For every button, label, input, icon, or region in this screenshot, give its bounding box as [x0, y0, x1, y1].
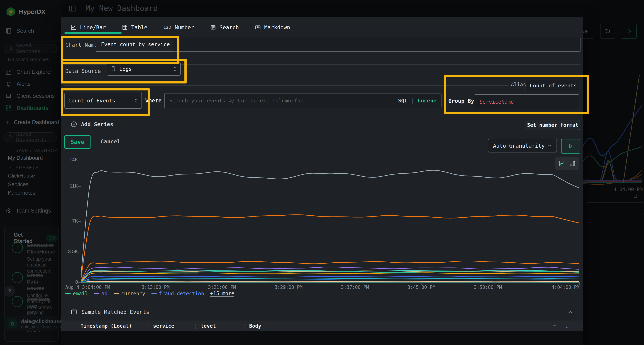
data-source-value: Logs [119, 66, 132, 72]
x-tick-label: Aug 4 3:04:00 PM [65, 285, 110, 290]
bar-chart-icon[interactable] [570, 161, 576, 167]
column-header-service[interactable]: service [153, 321, 191, 331]
chart-series-series-10 [81, 278, 579, 282]
data-source-select[interactable]: Logs [107, 62, 181, 76]
chevron-down-icon [547, 143, 552, 149]
filter-icon[interactable]: ≡ [553, 323, 556, 329]
tab-label: Number [175, 24, 194, 30]
where-placeholder: Search your events w/ Lucene ex. column:… [169, 98, 304, 104]
table-header: Timestamp (Local)servicelevelBody ≡ ↓ [61, 321, 583, 331]
chart-series-series-2 [81, 215, 579, 279]
aggregation-select[interactable]: Count of Events [64, 93, 142, 109]
y-tick-label: 3.5K [62, 249, 78, 254]
y-tick-label: 0 [62, 279, 78, 285]
column-separator [195, 323, 196, 329]
where-input[interactable]: Search your events w/ Lucene ex. column:… [164, 93, 442, 108]
save-button[interactable]: Save [64, 135, 90, 149]
y-tick-mark [78, 283, 81, 283]
alias-input[interactable]: Count of events [526, 80, 579, 91]
y-tick-mark [78, 160, 81, 160]
run-chart-button[interactable] [561, 139, 580, 154]
chart-series-series-12 [81, 281, 579, 282]
lucene-toggle[interactable]: Lucene [418, 98, 436, 104]
divider [64, 85, 509, 86]
chart-plot [81, 160, 579, 283]
123-icon: 123 [164, 25, 171, 30]
data-source-label: Data Source [65, 68, 101, 74]
column-separator [244, 323, 244, 329]
chart-name-label: Chart Name [65, 42, 98, 48]
x-axis-line [81, 282, 580, 283]
table-body [61, 331, 583, 345]
chart-series-series-5 [81, 270, 579, 282]
set-number-format-button[interactable]: Set number format [526, 120, 580, 130]
chart-series-series-8 [81, 273, 579, 282]
sample-events-header[interactable]: Sample Matched Events [71, 309, 149, 315]
add-series-label: Add Series [81, 121, 114, 127]
group-by-value: ServiceName [480, 99, 514, 105]
markdown-icon [255, 24, 261, 30]
y-tick-mark [78, 252, 81, 252]
aggregation-value: Count of Events [68, 98, 115, 104]
x-tick-mark [355, 282, 355, 285]
tab-line-bar[interactable]: Line/Bar [71, 24, 106, 30]
group-by-input[interactable]: ServiceName [474, 94, 579, 109]
tab-table[interactable]: Table [122, 24, 148, 30]
x-tick-label: 4:04:00 PM [552, 285, 580, 290]
granularity-select[interactable]: Auto Granularity [488, 139, 557, 152]
y-tick-label: 11K [62, 183, 78, 189]
chart-series-series-9 [81, 276, 579, 282]
database-icon [111, 66, 116, 72]
app-root: My New Dashboard ⚡ HyperDX Search Saved … [0, 0, 644, 345]
chevron-up-icon[interactable] [567, 310, 573, 316]
chart-name-value: Event count by service [101, 41, 170, 47]
legend-item-ad: ad [94, 291, 108, 297]
chart-editor-modal: Line/BarTable123NumberSearchMarkdown Cha… [61, 17, 583, 345]
chart-series-series-3 [81, 261, 579, 282]
set-number-format-label: Set number format [527, 122, 578, 128]
tab-search[interactable]: Search [210, 24, 239, 30]
sql-toggle[interactable]: SQL [398, 98, 407, 104]
column-header-body[interactable]: Body [249, 321, 321, 331]
column-header-level[interactable]: level [201, 321, 239, 331]
chart-series-series-4 [81, 267, 579, 282]
cancel-label: Cancel [100, 138, 120, 145]
x-tick-label: 3:37:00 PM [341, 285, 369, 290]
y-tick-mark [78, 186, 81, 187]
legend-item-email: email [65, 291, 88, 297]
y-tick-mark [78, 221, 81, 222]
y-axis-line [81, 159, 81, 283]
legend-label: ad [102, 291, 108, 297]
download-icon[interactable]: ↓ [565, 323, 568, 329]
divider [61, 305, 583, 305]
column-separator [148, 323, 148, 329]
doc-icon [210, 24, 216, 30]
legend-item--15-more[interactable]: +15 more [210, 291, 234, 297]
legend-label: fraud-detection [159, 291, 204, 297]
tab-label: Table [131, 24, 148, 30]
add-series-button[interactable]: Add Series [71, 121, 114, 127]
alias-label: Alias [511, 82, 526, 88]
table-icon [122, 24, 128, 30]
legend-swatch [94, 293, 99, 294]
chart-name-input[interactable]: Event count by service [96, 37, 173, 52]
x-tick-mark [488, 282, 488, 285]
x-tick-mark [81, 282, 81, 285]
legend-label: currency [121, 291, 145, 297]
legend-swatch [151, 293, 157, 294]
granularity-value: Auto Granularity [493, 143, 545, 149]
legend-item-fraud-detection: fraud-detection [151, 291, 204, 297]
tab-number[interactable]: 123Number [164, 24, 194, 30]
legend-label: email [73, 291, 88, 297]
legend-item-currency: currency [114, 291, 145, 297]
x-tick-label: 3:53:00 PM [474, 285, 502, 290]
cancel-button[interactable]: Cancel [100, 138, 120, 145]
tab-markdown[interactable]: Markdown [255, 24, 290, 30]
list-icon [71, 309, 77, 315]
column-header-timestamp-local-[interactable]: Timestamp (Local) [80, 321, 143, 331]
x-tick-mark [579, 282, 580, 285]
line-chart-icon[interactable] [559, 160, 565, 167]
x-tick-mark [222, 282, 222, 285]
x-tick-label: 3:13:00 PM [142, 285, 170, 290]
x-tick-label: 3:21:00 PM [208, 285, 236, 290]
